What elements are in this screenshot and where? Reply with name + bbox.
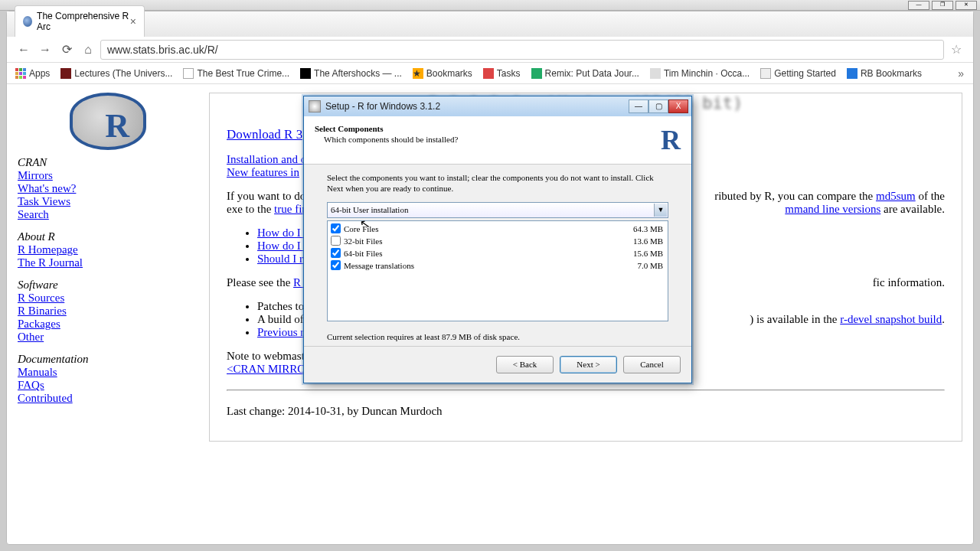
instruction-text: Select the components you want to instal… (327, 172, 668, 194)
sidebar-link[interactable]: FAQs (18, 379, 198, 392)
tabs-bar: The Comprehensive R Arc × (7, 11, 973, 37)
bookmark-item[interactable]: Getting Started (758, 66, 838, 81)
bookmark-item[interactable]: Tasks (481, 66, 523, 81)
dialog-titlebar[interactable]: Setup - R for Windows 3.1.2 — ▢ X (304, 96, 691, 116)
bookmark-item[interactable]: The Aftershocks — ... (298, 66, 404, 81)
dialog-heading: Select Components (315, 124, 458, 133)
last-change: Last change: 2014-10-31, by Duncan Murdo… (227, 405, 945, 418)
bookmark-icon (60, 68, 71, 79)
bookmark-item[interactable]: ★Bookmarks (410, 66, 475, 81)
component-row[interactable]: Core Files 64.3 MB (329, 223, 666, 235)
dialog-footer: < Back Next > Cancel (304, 346, 691, 383)
component-label: Message translations (344, 261, 414, 270)
disk-space-text: Current selection requires at least 87.9… (327, 332, 668, 341)
cancel-button[interactable]: Cancel (623, 356, 681, 373)
component-row[interactable]: 32-bit Files 13.6 MB (329, 235, 666, 247)
install-type-dropdown[interactable]: 64-bit User installation ▼ (327, 202, 668, 218)
tab-close-icon[interactable]: × (130, 15, 136, 28)
bookmarks-overflow-button[interactable]: » (955, 67, 967, 80)
sidebar-link[interactable]: What's new? (18, 182, 198, 195)
back-button[interactable]: ← (15, 41, 33, 59)
reload-button[interactable]: ⟳ (57, 41, 76, 59)
apps-button[interactable]: Apps (13, 66, 52, 81)
tab-favicon (23, 16, 32, 27)
sidebar-heading: About R (18, 230, 55, 243)
component-size: 15.6 MB (633, 249, 663, 258)
browser-tab[interactable]: The Comprehensive R Arc × (15, 5, 145, 37)
dropdown-value: 64-bit User installation (331, 205, 408, 214)
component-checkbox[interactable] (331, 260, 341, 270)
sidebar-link[interactable]: R Binaries (18, 305, 198, 318)
sidebar: CRAN Mirrors What's new? Task Views Sear… (18, 93, 209, 442)
r-logo (70, 93, 146, 150)
os-restore-button[interactable]: ❐ (932, 1, 953, 10)
component-checkbox[interactable] (331, 236, 341, 246)
components-list: Core Files 64.3 MB 32-bit Files 13.6 MB … (327, 220, 668, 321)
bookmark-item[interactable]: Lectures (The Univers... (58, 66, 175, 81)
sidebar-link[interactable]: Packages (18, 318, 198, 331)
component-size: 7.0 MB (637, 261, 663, 270)
url-text: www.stats.bris.ac.uk/R/ (107, 44, 218, 56)
component-row[interactable]: 64-bit Files 15.6 MB (329, 247, 666, 259)
component-checkbox[interactable] (331, 223, 341, 233)
bookmark-icon (300, 68, 311, 79)
bookmark-icon (183, 68, 194, 79)
cmdline-link[interactable]: mmand line versions (785, 203, 880, 215)
sidebar-link[interactable]: Task Views (18, 195, 198, 208)
dialog-header: Select Components Which components shoul… (304, 116, 691, 165)
apps-grid-icon (15, 68, 26, 79)
chevron-down-icon: ▼ (654, 204, 667, 217)
bookmark-item[interactable]: Remix: Put Data Jour... (529, 66, 642, 81)
next-button[interactable]: Next > (560, 356, 617, 373)
sidebar-link[interactable]: Manuals (18, 366, 198, 379)
rdevel-link[interactable]: r-devel snapshot build (840, 313, 942, 325)
sidebar-heading: CRAN (18, 156, 47, 168)
sidebar-link[interactable]: Contributed (18, 392, 198, 405)
bookmark-icon (847, 68, 858, 79)
address-bar[interactable]: www.stats.bris.ac.uk/R/ (100, 40, 944, 60)
bookmark-item[interactable]: The Best True Crime... (181, 66, 292, 81)
sidebar-link[interactable]: R Homepage (18, 243, 198, 256)
sidebar-heading: Documentation (18, 353, 88, 365)
dialog-maximize-button[interactable]: ▢ (648, 99, 668, 113)
download-link[interactable]: Download R 3 (227, 127, 302, 142)
bookmark-item[interactable]: Tim Minchin · Occa... (648, 66, 752, 81)
sidebar-link[interactable]: The R Journal (18, 256, 198, 269)
star-icon: ★ (413, 68, 423, 79)
bookmark-item[interactable]: RB Bookmarks (844, 66, 924, 81)
component-size: 13.6 MB (633, 236, 663, 246)
nav-toolbar: ← → ⟳ ⌂ www.stats.bris.ac.uk/R/ ☆ (7, 37, 973, 63)
back-button[interactable]: < Back (496, 356, 554, 373)
bookmark-icon (650, 68, 661, 79)
sidebar-link[interactable]: R Sources (18, 292, 198, 305)
bookmark-icon (531, 68, 542, 79)
install-link[interactable]: Installation and o (227, 153, 306, 165)
home-button[interactable]: ⌂ (79, 41, 97, 59)
dialog-title: Setup - R for Windows 3.1.2 (325, 101, 440, 112)
tab-title: The Comprehensive R Arc (37, 11, 130, 32)
mail-icon (483, 68, 494, 79)
sidebar-link[interactable]: Mirrors (18, 169, 198, 182)
component-size: 64.3 MB (633, 224, 663, 233)
dialog-subheading: Which components should be installed? (324, 135, 458, 144)
sidebar-heading: Software (18, 279, 58, 291)
component-checkbox[interactable] (331, 248, 341, 258)
apps-label: Apps (29, 68, 50, 79)
os-close-button[interactable]: ✕ (956, 1, 977, 10)
sidebar-link[interactable]: Other (18, 331, 198, 344)
component-label: 32-bit Files (344, 236, 382, 246)
r-logo-icon: R (661, 124, 681, 156)
dialog-minimize-button[interactable]: — (629, 99, 648, 113)
newfeatures-link[interactable]: New features in (227, 166, 299, 178)
bookmarks-bar: Apps Lectures (The Univers... The Best T… (7, 63, 973, 84)
md5sum-link[interactable]: md5sum (876, 190, 916, 202)
sidebar-link[interactable]: Search (18, 208, 198, 221)
setup-icon (309, 100, 321, 112)
component-row[interactable]: Message translations 7.0 MB (329, 259, 666, 272)
bookmark-icon (760, 68, 771, 79)
dialog-close-button[interactable]: X (668, 99, 688, 113)
os-window-titlebar: — ❐ ✕ (0, 0, 980, 11)
bookmark-star-icon[interactable]: ☆ (947, 42, 965, 57)
forward-button[interactable]: → (36, 41, 54, 59)
os-minimize-button[interactable]: — (908, 1, 929, 10)
